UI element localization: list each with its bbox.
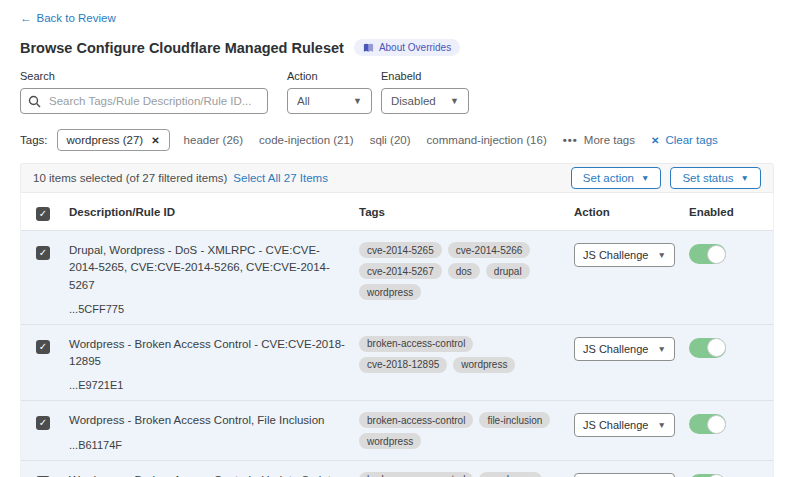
clear-tags-button[interactable]: ✕ Clear tags xyxy=(651,134,718,146)
chevron-down-icon: ▼ xyxy=(658,344,666,354)
row-action-value: JS Challenge xyxy=(583,419,648,431)
enabled-filter-value: Disabled xyxy=(391,95,436,107)
back-link-label: Back to Review xyxy=(37,12,116,24)
more-tags-button[interactable]: ••• More tags xyxy=(563,134,635,146)
row-tags: broken-access-controlfile-inclusionwordp… xyxy=(359,412,564,449)
row-tags: broken-access-controlwordpress xyxy=(359,472,564,477)
tag-pill: wordpress xyxy=(359,284,421,300)
ellipsis-icon: ••• xyxy=(563,134,578,146)
tags-bar: Tags: wordpress (27) ✕ header (26)code-i… xyxy=(20,129,774,151)
row-description: Drupal, Wordpress - DoS - XMLRPC - CVE:C… xyxy=(69,242,345,294)
enabled-label: Enabeld xyxy=(381,70,469,82)
about-overrides-badge[interactable]: About Overrides xyxy=(354,39,460,56)
action-filter-select[interactable]: All ▼ xyxy=(287,88,372,114)
clear-tags-label: Clear tags xyxy=(665,134,717,146)
selected-tag-chip[interactable]: wordpress (27) ✕ xyxy=(57,129,170,151)
tag-pill: cve-2018-12895 xyxy=(359,357,447,373)
row-checkbox[interactable]: ✓ xyxy=(36,340,50,354)
table-row: ✓ Drupal, Wordpress - DoS - XMLRPC - CVE… xyxy=(21,230,773,324)
selected-tag-label: wordpress (27) xyxy=(67,134,144,146)
toggle-knob xyxy=(707,415,726,434)
more-tags-label: More tags xyxy=(584,134,635,146)
row-action-select[interactable]: JS Challenge ▼ xyxy=(574,473,675,477)
about-badge-label: About Overrides xyxy=(379,42,451,53)
filter-tag[interactable]: code-injection (21) xyxy=(259,134,354,146)
action-label: Action xyxy=(287,70,372,82)
row-checkbox[interactable]: ✓ xyxy=(36,246,50,260)
row-checkbox[interactable]: ✓ xyxy=(36,416,50,430)
search-group: Search xyxy=(20,70,268,114)
tag-pill: cve-2014-5266 xyxy=(448,242,531,258)
tag-pill: drupal xyxy=(486,263,530,279)
chevron-down-icon: ▼ xyxy=(450,96,459,106)
set-status-button[interactable]: Set status ▼ xyxy=(670,167,761,189)
table-row: ✓ Wordpress - Broken Access Control - Up… xyxy=(21,460,773,477)
row-action-value: JS Challenge xyxy=(583,343,648,355)
column-header-description: Description/Rule ID xyxy=(69,206,359,218)
action-filter-group: Action All ▼ xyxy=(287,70,372,114)
select-all-link[interactable]: Select All 27 Items xyxy=(233,172,328,184)
close-icon: ✕ xyxy=(651,135,659,146)
select-all-checkbox[interactable]: ✓ xyxy=(36,207,50,221)
tag-pill: file-inclusion xyxy=(479,412,550,428)
toggle-knob xyxy=(707,245,726,264)
rules-table: ✓ Description/Rule ID Tags Action Enable… xyxy=(20,193,774,477)
row-rule-id: ...B61174F xyxy=(69,439,345,451)
column-header-tags: Tags xyxy=(359,206,574,218)
search-label: Search xyxy=(20,70,268,82)
row-enabled-toggle[interactable] xyxy=(689,338,726,358)
filters-row: Search Action All ▼ Enabeld Disabl xyxy=(20,70,774,114)
set-action-button[interactable]: Set action ▼ xyxy=(571,167,662,189)
row-description: Wordpress - Broken Access Control - Upda… xyxy=(69,472,345,477)
filter-tag[interactable]: header (26) xyxy=(184,134,243,146)
remove-tag-icon[interactable]: ✕ xyxy=(151,135,159,146)
row-enabled-toggle[interactable] xyxy=(689,474,726,477)
action-filter-value: All xyxy=(297,95,310,107)
tag-pill: wordpress xyxy=(359,433,421,449)
chevron-down-icon: ▼ xyxy=(641,173,649,183)
page-title: Browse Configure Cloudflare Managed Rule… xyxy=(20,40,344,56)
tag-pill: broken-access-control xyxy=(359,412,473,428)
chevron-down-icon: ▼ xyxy=(658,250,666,260)
selection-summary: 10 items selected (of 27 filtered items) xyxy=(33,172,227,184)
table-header: ✓ Description/Rule ID Tags Action Enable… xyxy=(21,193,773,230)
book-icon xyxy=(363,43,374,53)
row-action-select[interactable]: JS Challenge ▼ xyxy=(574,413,675,437)
row-action-value: JS Challenge xyxy=(583,249,648,261)
row-tags: cve-2014-5265cve-2014-5266cve-2014-5267d… xyxy=(359,242,564,300)
set-action-label: Set action xyxy=(583,172,634,184)
row-enabled-toggle[interactable] xyxy=(689,244,726,264)
toggle-knob xyxy=(707,338,726,357)
selection-bar: 10 items selected (of 27 filtered items)… xyxy=(20,163,774,193)
search-icon xyxy=(28,94,41,112)
row-description: Wordpress - Broken Access Control, File … xyxy=(69,412,345,429)
chevron-down-icon: ▼ xyxy=(658,420,666,430)
filter-tag-list: header (26)code-injection (21)sqli (20)c… xyxy=(184,134,547,146)
set-status-label: Set status xyxy=(682,172,733,184)
row-action-select[interactable]: JS Challenge ▼ xyxy=(574,337,675,361)
search-input[interactable] xyxy=(20,88,268,114)
row-action-select[interactable]: JS Challenge ▼ xyxy=(574,243,675,267)
column-header-enabled: Enabled xyxy=(689,206,773,218)
bulk-action-buttons: Set action ▼ Set status ▼ xyxy=(571,167,761,189)
table-row: ✓ Wordpress - Broken Access Control - CV… xyxy=(21,324,773,401)
chevron-down-icon: ▼ xyxy=(741,173,749,183)
tag-pill: broken-access-control xyxy=(359,336,473,352)
filter-tag[interactable]: command-injection (16) xyxy=(427,134,547,146)
tags-bar-label: Tags: xyxy=(20,134,48,146)
tag-pill: wordpress xyxy=(479,472,541,477)
tag-pill: broken-access-control xyxy=(359,472,473,477)
row-enabled-toggle[interactable] xyxy=(689,414,726,434)
tag-pill: cve-2014-5267 xyxy=(359,263,442,279)
column-header-action: Action xyxy=(574,206,689,218)
row-description: Wordpress - Broken Access Control - CVE:… xyxy=(69,336,345,371)
row-rule-id: ...5CFF775 xyxy=(69,303,345,315)
search-field-wrap xyxy=(20,88,268,114)
back-arrow-icon: ← xyxy=(20,12,32,24)
filter-tag[interactable]: sqli (20) xyxy=(370,134,411,146)
tag-pill: cve-2014-5265 xyxy=(359,242,442,258)
enabled-filter-select[interactable]: Disabled ▼ xyxy=(381,88,469,114)
title-row: Browse Configure Cloudflare Managed Rule… xyxy=(20,39,774,56)
chevron-down-icon: ▼ xyxy=(353,96,362,106)
back-to-review-link[interactable]: ← Back to Review xyxy=(20,12,116,24)
